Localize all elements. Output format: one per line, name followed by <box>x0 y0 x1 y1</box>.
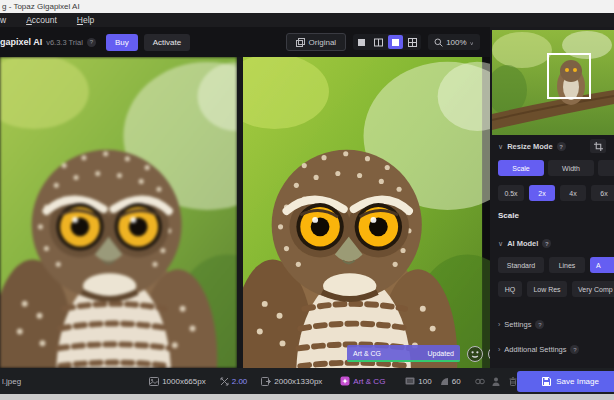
zoom-dropdown-icon: ∨ <box>470 39 474 45</box>
enhanced-image-pane[interactable]: Art & CG Updated <box>243 57 490 368</box>
view-split-icon[interactable] <box>371 35 386 49</box>
chevron-right-icon: › <box>498 321 500 328</box>
zoom-value: 100% <box>446 38 466 47</box>
tab-height[interactable]: H <box>598 160 614 176</box>
model-value: Art & CG <box>353 377 385 386</box>
zoom-control[interactable]: 100% ∨ <box>428 34 480 50</box>
scale-section-label: Scale <box>498 211 519 220</box>
gauge-value: 60 <box>452 377 461 386</box>
view-quad-icon[interactable] <box>405 35 420 49</box>
resize-mode-header[interactable]: ∨ Resize Mode ? <box>498 142 610 151</box>
view-single-icon[interactable] <box>354 35 369 49</box>
settings-title: Settings <box>504 320 531 329</box>
output-image-icon <box>261 377 271 386</box>
model-art-cg-button[interactable]: A <box>590 257 614 273</box>
banner-model-label: Art & CG <box>353 350 381 357</box>
save-image-label: Save Image <box>556 377 599 386</box>
activate-button[interactable]: Activate <box>144 34 190 51</box>
input-image-icon <box>149 377 159 386</box>
memory-item: 100 <box>405 377 431 386</box>
processing-banner: Art & CG Updated <box>347 345 460 362</box>
original-image-pane[interactable] <box>0 57 237 368</box>
gauge-icon <box>440 377 449 386</box>
scale-item: 2.00 <box>220 377 248 386</box>
person-icon[interactable] <box>492 377 500 386</box>
ai-model-title: AI Model <box>507 239 538 248</box>
original-label: Original <box>309 38 337 47</box>
ai-model-header[interactable]: ∨ AI Model ? <box>498 239 551 248</box>
app-name: gapixel AI <box>0 37 42 47</box>
link-icon[interactable] <box>475 378 485 385</box>
settings-panel: ∨ Resize Mode ? Scale Width H 0.5x 2x 4x… <box>490 27 614 368</box>
version-help-icon[interactable]: ? <box>87 38 96 47</box>
additional-settings-header[interactable]: › Additional Settings ? <box>498 345 579 354</box>
model-lines-button[interactable]: Lines <box>549 257 585 273</box>
desktop-strip <box>0 394 614 400</box>
original-owl-image <box>0 57 237 368</box>
scale-options: 0.5x 2x 4x 6x <box>498 185 614 201</box>
settings-help-icon[interactable]: ? <box>535 320 544 329</box>
output-size-item: 2000x1330px <box>261 377 322 386</box>
save-disk-icon <box>542 377 551 386</box>
save-image-button[interactable]: Save Image <box>517 371 614 392</box>
scale-value: 2.00 <box>232 377 248 386</box>
tab-scale[interactable]: Scale <box>498 160 544 176</box>
chevron-down-icon: ∨ <box>498 240 503 248</box>
window-title: g - Topaz Gigapixel AI <box>2 2 80 11</box>
resize-tabs: Scale Width H <box>498 160 614 176</box>
output-size-value: 2000x1330px <box>274 377 322 386</box>
image-viewer: Art & CG Updated <box>0 57 490 368</box>
menu-item-view-partial[interactable]: w <box>0 15 6 25</box>
enhanced-owl-image <box>243 57 490 368</box>
ai-model-row2: HQ Low Res Very Comp <box>498 281 614 297</box>
status-bar: l.jpeg 1000x665px 2.00 2000x1330px Art &… <box>0 368 614 394</box>
scale-4x-button[interactable]: 4x <box>560 185 586 201</box>
scale-0-5x-button[interactable]: 0.5x <box>498 185 524 201</box>
banner-status-label: Updated <box>428 350 454 357</box>
menu-bar: w Account Help <box>0 13 614 27</box>
feedback-happy-face-icon[interactable] <box>467 346 483 362</box>
resize-help-icon[interactable]: ? <box>557 142 566 151</box>
resize-mode-title: Resize Mode <box>507 142 552 151</box>
model-item: Art & CG <box>340 376 385 386</box>
view-mode-group <box>353 34 421 50</box>
chevron-right-icon: › <box>498 346 500 353</box>
navigation-thumbnail[interactable] <box>492 30 614 135</box>
buy-button[interactable]: Buy <box>106 34 138 51</box>
ai-model-help-icon[interactable]: ? <box>542 239 551 248</box>
model-very-compressed-button[interactable]: Very Comp <box>572 281 614 297</box>
additional-settings-help-icon[interactable]: ? <box>570 345 579 354</box>
crop-icon[interactable] <box>590 139 606 153</box>
scale-2x-button[interactable]: 2x <box>529 185 555 201</box>
menu-item-help[interactable]: Help <box>77 15 94 25</box>
app-window: g - Topaz Gigapixel AI w Account Help ga… <box>0 0 614 400</box>
resize-arrows-icon <box>220 377 229 386</box>
model-low-res-button[interactable]: Low Res <box>527 281 567 297</box>
window-titlebar: g - Topaz Gigapixel AI <box>0 0 614 13</box>
filename: l.jpeg <box>2 377 21 386</box>
toolbar: gapixel AI v6.3.3 Trial ? Buy Activate O… <box>0 27 490 57</box>
settings-header[interactable]: › Settings ? <box>498 320 544 329</box>
original-toggle-button[interactable]: Original <box>286 33 347 51</box>
memory-value: 100 <box>418 377 431 386</box>
additional-settings-title: Additional Settings <box>504 345 566 354</box>
scale-6x-button[interactable]: 6x <box>591 185 614 201</box>
view-side-by-side-icon[interactable] <box>388 35 403 49</box>
gauge-item: 60 <box>440 377 461 386</box>
chevron-down-icon: ∨ <box>498 143 503 151</box>
memory-icon <box>405 377 415 385</box>
menu-item-account[interactable]: Account <box>26 15 57 25</box>
tab-width[interactable]: Width <box>548 160 594 176</box>
magnifier-icon <box>434 38 443 47</box>
app-version: v6.3.3 Trial <box>46 38 83 47</box>
ai-model-row1: Standard Lines A <box>498 257 614 273</box>
model-hq-button[interactable]: HQ <box>498 281 522 297</box>
input-size-value: 1000x665px <box>162 377 206 386</box>
model-standard-button[interactable]: Standard <box>498 257 544 273</box>
trash-icon[interactable] <box>509 377 517 386</box>
input-size-item: 1000x665px <box>149 377 206 386</box>
compare-images-icon <box>296 38 305 47</box>
ai-model-icon <box>340 376 350 386</box>
